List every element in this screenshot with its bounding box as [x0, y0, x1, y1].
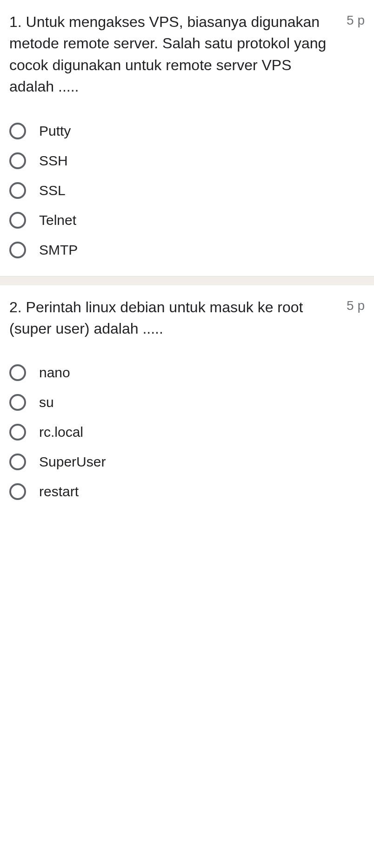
option-telnet[interactable]: Telnet [9, 205, 365, 235]
option-rc-local[interactable]: rc.local [9, 417, 365, 447]
option-label: Putty [39, 123, 71, 139]
radio-icon [9, 424, 26, 441]
option-label: SMTP [39, 242, 78, 258]
options-group: Putty SSH SSL Telnet SMTP [9, 116, 365, 265]
option-label: SuperUser [39, 454, 106, 470]
card-divider [0, 276, 374, 285]
question-header: 2. Perintah linux debian untuk masuk ke … [9, 296, 365, 340]
option-ssl[interactable]: SSL [9, 176, 365, 205]
option-ssh[interactable]: SSH [9, 146, 365, 176]
radio-icon [9, 182, 26, 199]
radio-icon [9, 242, 26, 258]
question-body: Perintah linux debian untuk masuk ke roo… [9, 299, 303, 337]
option-putty[interactable]: Putty [9, 116, 365, 146]
radio-icon [9, 152, 26, 169]
points-label: 5 p [347, 11, 365, 28]
option-su[interactable]: su [9, 388, 365, 417]
options-group: nano su rc.local SuperUser restart [9, 358, 365, 506]
radio-icon [9, 454, 26, 470]
question-body: Untuk mengakses VPS, biasanya digunakan … [9, 13, 326, 95]
option-label: su [39, 395, 54, 410]
question-text: 2. Perintah linux debian untuk masuk ke … [9, 296, 342, 340]
radio-icon [9, 212, 26, 229]
question-card-2: 2. Perintah linux debian untuk masuk ke … [0, 285, 374, 518]
radio-icon [9, 483, 26, 500]
option-label: rc.local [39, 424, 83, 440]
question-card-1: 1. Untuk mengakses VPS, biasanya digunak… [0, 0, 374, 276]
question-number: 2. [9, 299, 26, 316]
option-smtp[interactable]: SMTP [9, 235, 365, 265]
question-header: 1. Untuk mengakses VPS, biasanya digunak… [9, 11, 365, 98]
option-superuser[interactable]: SuperUser [9, 447, 365, 477]
option-label: nano [39, 365, 70, 381]
option-label: Telnet [39, 212, 76, 228]
radio-icon [9, 394, 26, 411]
option-restart[interactable]: restart [9, 477, 365, 506]
option-label: SSH [39, 153, 68, 169]
option-label: SSL [39, 183, 66, 198]
question-number: 1. [9, 13, 26, 30]
radio-icon [9, 123, 26, 139]
question-text: 1. Untuk mengakses VPS, biasanya digunak… [9, 11, 342, 98]
radio-icon [9, 364, 26, 381]
option-label: restart [39, 484, 79, 500]
option-nano[interactable]: nano [9, 358, 365, 388]
points-label: 5 p [347, 296, 365, 313]
